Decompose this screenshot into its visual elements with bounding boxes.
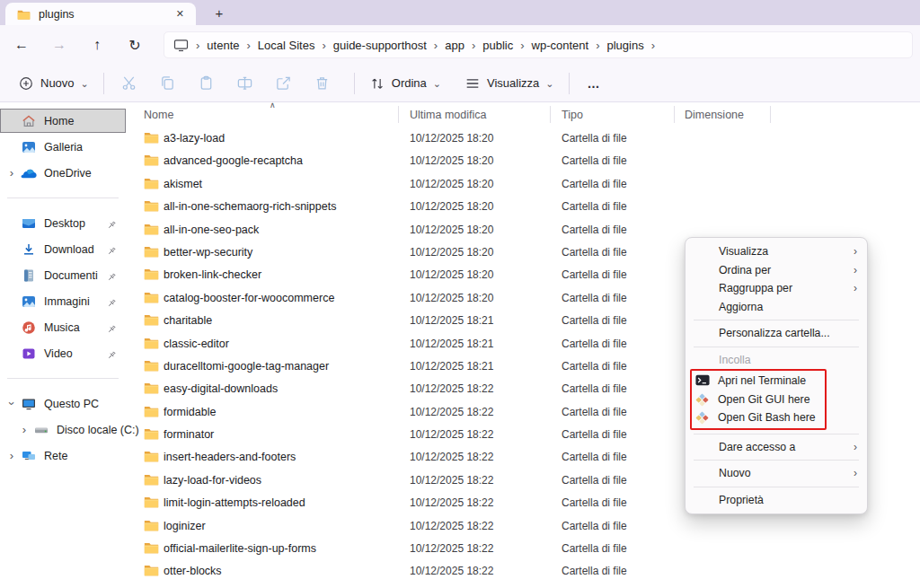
menu-item-nuovo[interactable]: Nuovo› (686, 464, 867, 483)
sidebar-item-musica[interactable]: Musica (0, 315, 126, 339)
menu-item-label: Aggiorna (719, 301, 763, 313)
file-modified: 10/12/2025 18:20 (410, 268, 493, 281)
column-separator[interactable] (398, 106, 399, 123)
column-header-tipo[interactable]: Tipo (562, 109, 583, 121)
menu-item-apri-nel-terminale[interactable]: Apri nel Terminale (692, 372, 825, 391)
sidebar-item-label: Musica (44, 321, 80, 334)
sidebar-item-onedrive[interactable]: ›OneDrive (0, 161, 126, 185)
file-modified: 10/12/2025 18:22 (410, 428, 493, 441)
sidebar-item-documenti[interactable]: Documenti (0, 263, 126, 287)
menu-item-propriet[interactable]: Proprietà (686, 491, 867, 510)
up-icon[interactable]: ↑ (88, 37, 106, 53)
menu-item-ordina-per[interactable]: Ordina per› (686, 261, 867, 280)
breadcrumb-item[interactable]: plugins (602, 37, 650, 54)
menu-item-dare-accesso-a[interactable]: Dare accesso a› (686, 438, 867, 457)
column-header-dimensione[interactable]: Dimensione (685, 109, 744, 121)
pin-icon (106, 218, 117, 234)
close-tab-icon[interactable]: ✕ (172, 6, 188, 22)
git-icon (695, 393, 709, 407)
file-modified: 10/12/2025 18:22 (410, 565, 493, 577)
sidebar-item-disco-locale-c[interactable]: ›Disco locale (C:) (0, 417, 126, 442)
sidebar-divider (7, 378, 119, 379)
file-name: broken-link-checker (164, 268, 261, 281)
file-type: Cartella di file (562, 496, 627, 509)
submenu-chevron-icon: › (854, 467, 857, 479)
table-row[interactable]: advanced-google-recaptcha10/12/2025 18:2… (126, 149, 920, 171)
rename-icon[interactable] (229, 69, 261, 98)
menu-item-visualizza[interactable]: Visualizza› (686, 242, 867, 261)
chevron-right-icon[interactable]: › (4, 449, 19, 462)
toolbar-divider (103, 73, 104, 94)
share-icon[interactable] (268, 69, 300, 98)
column-separator[interactable] (674, 106, 675, 123)
column-header-nome[interactable]: Nome (144, 109, 173, 121)
chevron-right-icon[interactable]: › (4, 166, 19, 180)
table-row[interactable]: all-in-one-schemaorg-rich-snippets10/12/… (126, 195, 920, 217)
table-row[interactable]: loginizer10/12/2025 18:22Cartella di fil… (126, 514, 920, 537)
breadcrumb-item[interactable]: app (439, 37, 470, 54)
breadcrumb-chevron-icon: › (470, 39, 477, 52)
new-tab-button[interactable]: + (208, 4, 230, 23)
column-separator[interactable] (550, 106, 551, 123)
sidebar-item-questo-pc[interactable]: ›Questo PC (0, 391, 126, 416)
menu-item-aggiorna[interactable]: Aggiorna (686, 298, 867, 317)
table-row[interactable]: akismet10/12/2025 18:20Cartella di file (126, 172, 920, 195)
breadcrumb-item[interactable]: guide-supporthost (328, 37, 432, 54)
file-type: Cartella di file (562, 224, 627, 236)
cut-icon[interactable] (113, 69, 146, 98)
menu-item-label: Ordina per (719, 264, 771, 276)
file-modified: 10/12/2025 18:20 (410, 224, 493, 236)
download-icon (21, 242, 37, 257)
new-button[interactable]: Nuovo ⌄ (13, 69, 94, 98)
chevron-right-icon[interactable]: › (17, 423, 31, 436)
more-options-icon[interactable]: … (579, 76, 610, 91)
sidebar-item-desktop[interactable]: Desktop (0, 211, 126, 235)
folder-icon (144, 223, 159, 239)
copy-icon[interactable] (152, 69, 184, 98)
table-row[interactable]: otter-blocks10/12/2025 18:22Cartella di … (126, 559, 920, 582)
menu-item-personalizza-cartella[interactable]: Personalizza cartella... (686, 324, 867, 343)
file-modified: 10/12/2025 18:22 (410, 382, 493, 395)
paste-icon[interactable] (190, 69, 223, 98)
table-row[interactable]: a3-lazy-load10/12/2025 18:20Cartella di … (126, 127, 920, 149)
breadcrumb: ›utente›Local Sites›guide-supporthost›ap… (194, 37, 657, 54)
file-name: advanced-google-recaptcha (164, 154, 303, 167)
refresh-icon[interactable]: ↻ (126, 37, 144, 54)
sidebar-item-rete[interactable]: ›Rete (0, 443, 126, 468)
breadcrumb-item[interactable]: wp-content (526, 37, 595, 54)
column-separator[interactable] (770, 106, 771, 123)
sidebar-item-immagini[interactable]: Immagini (0, 289, 126, 313)
folder-icon (144, 427, 159, 443)
file-modified: 10/12/2025 18:21 (410, 360, 493, 373)
menu-item-open-git-gui-here[interactable]: Open Git GUI here (692, 391, 825, 409)
folder-icon (144, 541, 159, 557)
chevron-down-icon[interactable]: › (5, 397, 19, 411)
table-row[interactable]: official-mailerlite-sign-up-forms10/12/2… (126, 537, 920, 559)
back-icon[interactable]: ← (13, 37, 31, 53)
menu-item-incolla: Incolla (686, 351, 867, 370)
sidebar-item-galleria[interactable]: Galleria (0, 135, 126, 159)
menu-separator (694, 347, 859, 347)
file-type: Cartella di file (562, 360, 627, 373)
delete-icon[interactable] (306, 69, 339, 98)
explorer-tab[interactable]: plugins ✕ (5, 3, 196, 25)
breadcrumb-item[interactable]: public (477, 37, 518, 54)
menu-item-open-git-bash-here[interactable]: Open Git Bash here (692, 408, 825, 427)
sidebar-item-video[interactable]: Video (0, 341, 126, 365)
breadcrumb-item[interactable]: utente (201, 37, 244, 54)
column-header-ultima-modifica[interactable]: Ultima modifica (410, 109, 486, 121)
sort-button[interactable]: Ordina ⌄ (364, 69, 447, 98)
menu-separator (694, 487, 859, 487)
menu-item-raggruppa-per[interactable]: Raggruppa per› (686, 279, 867, 298)
address-bar[interactable]: ›utente›Local Sites›guide-supporthost›ap… (164, 31, 913, 58)
submenu-chevron-icon: › (854, 264, 857, 276)
sidebar-item-home[interactable]: Home (0, 109, 126, 133)
toolbar-divider (569, 73, 570, 94)
sidebar-item-download[interactable]: Download (0, 237, 126, 261)
submenu-chevron-icon: › (854, 441, 857, 453)
folder-icon (144, 268, 159, 284)
file-name: limit-login-attempts-reloaded (164, 496, 305, 509)
breadcrumb-item[interactable]: Local Sites (252, 37, 321, 54)
menu-item-label: Nuovo (719, 467, 751, 479)
view-button[interactable]: Visualizza ⌄ (459, 69, 560, 98)
